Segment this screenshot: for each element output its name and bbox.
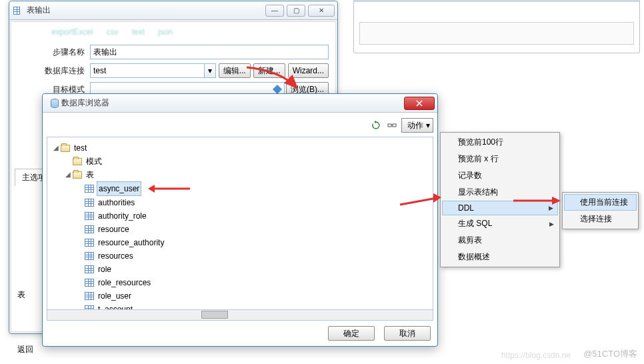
menu-item[interactable]: 生成 SQL▶: [442, 215, 558, 232]
tree-table-item[interactable]: role: [77, 263, 430, 276]
new-button[interactable]: 新建...: [253, 63, 285, 78]
svg-rect-0: [388, 124, 391, 127]
tree-table-item[interactable]: resources: [77, 249, 430, 263]
tree-tables-label: 表: [85, 168, 95, 181]
action-button-label: 动作: [407, 120, 423, 131]
tree-table-item[interactable]: authority_role: [77, 209, 430, 223]
watermark-url: https://blog.csdn.ne: [501, 351, 571, 360]
tree-schema-label: 模式: [85, 155, 103, 168]
tree-table-label: async_user: [97, 181, 141, 196]
table-icon: [85, 239, 94, 247]
menu-item[interactable]: 显示表结构: [442, 184, 558, 201]
menu-item[interactable]: 使用当前连接: [564, 194, 637, 211]
tree-tables[interactable]: ◢ 表: [65, 168, 430, 181]
submenu-arrow-icon: ▶: [549, 205, 553, 211]
tree-table-item[interactable]: t_account: [77, 303, 430, 310]
browser-close-button[interactable]: [404, 97, 435, 110]
ok-button[interactable]: 确定: [328, 326, 375, 341]
titlebar[interactable]: 表输出 ― ▢ ✕: [9, 1, 337, 20]
menu-item[interactable]: 预览前100行: [442, 134, 558, 151]
bottom-label-table: 表: [17, 289, 25, 301]
menu-item[interactable]: 数据概述: [442, 249, 558, 265]
svg-rect-1: [393, 124, 396, 127]
menu-item[interactable]: 记录数: [442, 167, 558, 184]
chevron-down-icon: ▾: [426, 121, 430, 130]
table-icon: [85, 265, 94, 273]
expand-icon[interactable]: [385, 119, 399, 132]
row-step-name: 步骤名称: [18, 45, 329, 59]
folder-icon: [61, 145, 70, 152]
menu-item[interactable]: 预览前 x 行: [442, 151, 558, 167]
tree-table-label: role: [97, 263, 113, 276]
tree-table-label: resources: [97, 249, 135, 263]
folder-icon: [73, 171, 82, 179]
faded-toolbar: exportExcel csv text json: [18, 27, 329, 41]
tree-table-item[interactable]: authorities: [77, 196, 430, 209]
tree-table-item[interactable]: role_user: [77, 289, 430, 303]
step-name-input[interactable]: [90, 45, 329, 59]
context-menu-actions[interactable]: 预览前100行预览前 x 行记录数显示表结构DDL▶生成 SQL▶裁剪表数据概述: [440, 132, 560, 267]
background-window-inner: [359, 22, 634, 45]
maximize-button[interactable]: ▢: [287, 5, 305, 17]
step-name-label: 步骤名称: [18, 47, 85, 58]
db-conn-input[interactable]: [90, 63, 204, 78]
wizard-button[interactable]: Wizard...: [288, 63, 329, 78]
table-icon: [85, 252, 94, 260]
submenu-arrow-icon: ▶: [549, 221, 554, 227]
tree-table-item[interactable]: resource_authority: [77, 236, 430, 249]
expander-icon[interactable]: ◢: [65, 168, 71, 181]
scrollbar-thumb[interactable]: [201, 311, 228, 319]
tree-table-item[interactable]: async_user: [77, 181, 430, 196]
table-icon: [85, 185, 94, 193]
table-icon: [85, 225, 94, 233]
tree-schema[interactable]: 模式: [65, 155, 430, 168]
background-window: [353, 0, 640, 53]
db-browser-dialog: 数据库浏览器 动作 ▾ ◢ test: [42, 93, 438, 347]
database-icon: [51, 99, 59, 108]
table-icon: [85, 292, 94, 300]
table-icon: [85, 199, 94, 207]
expander-icon[interactable]: ◢: [53, 141, 59, 155]
table-icon: [85, 305, 94, 310]
close-button[interactable]: ✕: [308, 5, 335, 17]
tree-table-item[interactable]: role_resources: [77, 276, 430, 289]
minimize-button[interactable]: ―: [265, 5, 284, 17]
table-output-icon: [12, 5, 23, 16]
browser-title: 数据库浏览器: [61, 97, 404, 109]
cancel-button[interactable]: 取消: [384, 326, 431, 341]
tree-table-label: resource_authority: [97, 236, 165, 249]
bottom-label-return: 返回: [17, 344, 33, 355]
db-conn-label: 数据库连接: [18, 65, 85, 77]
tree-table-label: resource: [97, 223, 131, 236]
tree-root-label: test: [73, 141, 88, 155]
browser-titlebar[interactable]: 数据库浏览器: [43, 94, 437, 113]
dialog-title: 表输出: [27, 5, 265, 16]
edit-button[interactable]: 编辑...: [219, 63, 251, 78]
action-button[interactable]: 动作 ▾: [401, 118, 433, 133]
folder-icon: [73, 158, 82, 165]
refresh-icon[interactable]: [369, 119, 383, 132]
menu-item[interactable]: 选择连接: [564, 211, 637, 227]
watermark: @51CTO博客: [583, 348, 637, 360]
tree-panel[interactable]: ◢ test 模式 ◢ 表: [47, 137, 433, 310]
horizontal-scrollbar[interactable]: [47, 310, 433, 321]
action-bar: 动作 ▾: [47, 117, 433, 137]
row-db-connection: 数据库连接 ▾ 编辑... 新建... Wizard...: [18, 63, 329, 78]
tree-root[interactable]: ◢ test: [53, 141, 430, 155]
tree-table-label: authority_role: [97, 209, 148, 223]
tree-table-label: t_account: [97, 303, 134, 310]
table-icon: [85, 279, 94, 287]
tree-table-label: role_resources: [97, 276, 152, 289]
tree-table-item[interactable]: resource: [77, 223, 430, 236]
menu-item[interactable]: 裁剪表: [442, 232, 558, 249]
table-icon: [85, 212, 94, 220]
context-submenu-ddl[interactable]: 使用当前连接选择连接: [562, 192, 639, 229]
tree-table-label: authorities: [97, 196, 136, 209]
db-conn-dropdown[interactable]: ▾: [204, 63, 216, 78]
tree-table-label: role_user: [97, 289, 133, 303]
menu-item[interactable]: DDL▶: [442, 201, 558, 215]
